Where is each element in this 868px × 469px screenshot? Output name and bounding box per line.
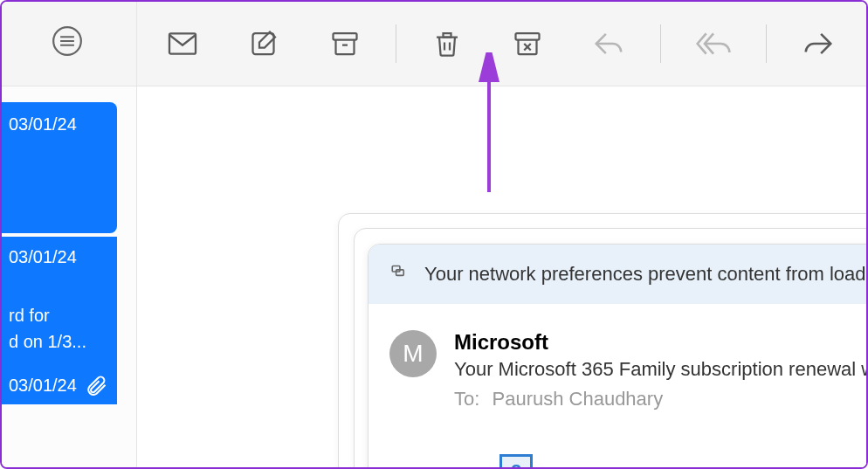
svg-rect-10: [516, 33, 540, 40]
main-pane: Your network preferences prevent content…: [137, 2, 866, 467]
message-card: Your network preferences prevent content…: [368, 244, 866, 467]
junk-icon[interactable]: [512, 28, 543, 59]
toolbar: [137, 2, 866, 86]
mail-list-item[interactable]: 03/01/24: [2, 102, 117, 233]
svg-rect-6: [334, 33, 357, 40]
svg-rect-4: [169, 33, 196, 53]
svg-rect-5: [253, 33, 274, 54]
mail-date: 03/01/24: [9, 244, 105, 267]
privacy-banner-text: Your network preferences prevent content…: [424, 263, 866, 286]
message-content: Your network preferences prevent content…: [137, 86, 866, 467]
reply-icon[interactable]: [592, 27, 625, 60]
mail-list-item[interactable]: 03/01/24 rd for d on 1/3...: [2, 237, 117, 363]
toolbar-divider: [660, 24, 661, 63]
forward-icon[interactable]: [802, 27, 835, 60]
message-list-sidebar: 03/01/24 03/01/24 rd for d on 1/3... 03/…: [2, 2, 137, 467]
avatar[interactable]: M: [389, 330, 437, 377]
sidebar-header: [2, 2, 136, 86]
toolbar-divider: [396, 24, 396, 63]
trash-icon[interactable]: [431, 28, 463, 59]
mail-list: 03/01/24 03/01/24 rd for d on 1/3... 03/…: [2, 86, 136, 467]
toolbar-divider: [766, 24, 767, 63]
email-body: ?: [369, 419, 866, 467]
mail-snippet: rd for d on 1/3...: [9, 302, 105, 355]
email-header: M Microsoft Your Microsoft 365 Family su…: [369, 304, 866, 419]
mark-unread-icon[interactable]: [165, 26, 200, 61]
recipient-name[interactable]: Paurush Chaudhary: [492, 388, 663, 410]
subject-line: Your Microsoft 365 Family subscription r…: [454, 358, 866, 381]
mail-list-item[interactable]: 03/01/24: [2, 363, 117, 404]
reply-all-icon[interactable]: [696, 26, 731, 61]
mail-date: 03/01/24: [9, 111, 105, 134]
menu-icon[interactable]: [51, 24, 87, 61]
blocked-image-placeholder[interactable]: ?: [499, 454, 533, 467]
privacy-banner[interactable]: Your network preferences prevent content…: [369, 245, 866, 304]
archive-icon[interactable]: [329, 28, 361, 59]
to-label: To:: [454, 388, 479, 410]
sender-name[interactable]: Microsoft: [454, 330, 866, 355]
windows-icon: [389, 260, 412, 288]
recipient-line: To: Paurush Chaudhary: [454, 388, 866, 410]
paperclip-icon: [84, 374, 108, 403]
compose-icon[interactable]: [249, 28, 280, 59]
